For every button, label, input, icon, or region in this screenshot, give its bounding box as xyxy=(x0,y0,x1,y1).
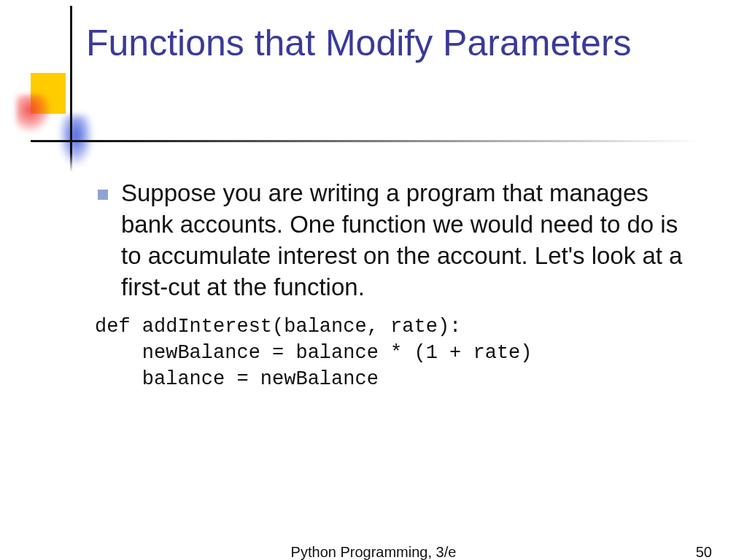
slide-title: Functions that Modify Parameters xyxy=(86,22,684,64)
footer-page-number: 50 xyxy=(696,544,712,560)
decoration-red-smudge xyxy=(16,95,51,133)
bullet-row: Suppose you are writing a program that m… xyxy=(95,178,700,303)
slide-decoration xyxy=(31,73,74,146)
decoration-horizontal-line xyxy=(31,140,702,142)
code-block: def addInterest(balance, rate): newBalan… xyxy=(95,314,700,393)
bullet-icon xyxy=(98,190,108,200)
slide-body: Suppose you are writing a program that m… xyxy=(95,178,700,393)
footer-source: Python Programming, 3/e xyxy=(0,544,747,560)
decoration-vertical-line xyxy=(70,6,72,172)
bullet-text: Suppose you are writing a program that m… xyxy=(121,178,700,303)
